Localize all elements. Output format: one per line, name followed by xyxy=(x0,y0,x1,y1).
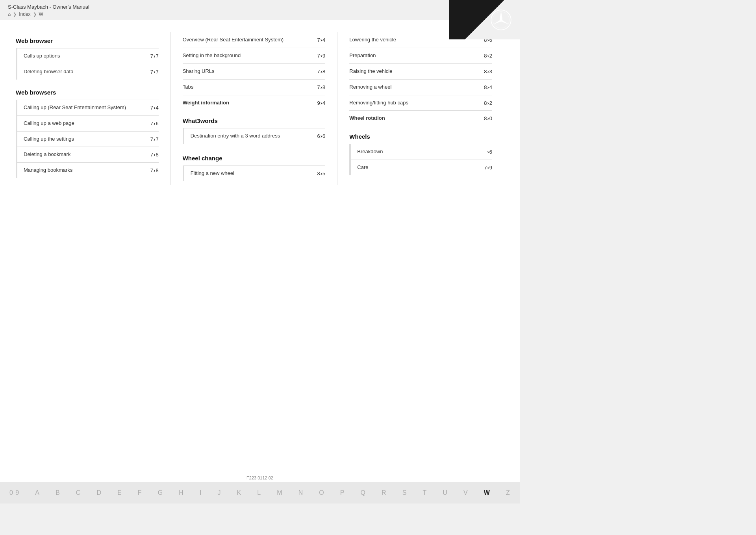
section-label: Wheel rotation xyxy=(349,115,484,122)
alpha-I[interactable]: I xyxy=(198,489,203,496)
item-page: 7›7 xyxy=(150,53,159,59)
item-page: 8›3 xyxy=(484,69,492,74)
column-2: Overview (Rear Seat Entertainment System… xyxy=(171,32,338,185)
item-page: 7›6 xyxy=(150,121,159,126)
item-page: 8›4 xyxy=(484,84,492,90)
item-page: 8›2 xyxy=(484,53,492,59)
section-web-browsers: Web browsers xyxy=(16,84,159,100)
columns-container: Web browser Calls up options 7›7 Deletin… xyxy=(16,32,504,185)
list-item[interactable]: Calls up options 7›7 xyxy=(17,48,159,64)
section-weight-information[interactable]: Weight information 9›4 xyxy=(183,95,326,111)
item-label: Calling up (Rear Seat Entertainment Syst… xyxy=(24,104,150,111)
alpha-K[interactable]: K xyxy=(235,489,243,496)
item-label: Deleting browser data xyxy=(24,69,150,75)
item-page: 7›8 xyxy=(317,84,326,90)
svg-marker-5 xyxy=(501,21,509,24)
list-item[interactable]: Sharing URLs 7›8 xyxy=(183,63,326,79)
wheels-group: Breakdown ›6 Care 7›9 xyxy=(349,144,492,175)
alpha-U[interactable]: U xyxy=(441,489,449,496)
item-page: ›6 xyxy=(487,149,492,155)
alpha-E[interactable]: E xyxy=(116,489,124,496)
alpha-J[interactable]: J xyxy=(216,489,222,496)
section-wheel-change: Wheel change xyxy=(183,148,326,165)
alpha-Q[interactable]: Q xyxy=(359,489,367,496)
item-page: 8›0 xyxy=(484,115,492,121)
svg-marker-2 xyxy=(501,11,502,20)
item-page: 7›7 xyxy=(150,136,159,142)
list-item[interactable]: Removing/fitting hub caps 8›2 xyxy=(349,95,492,111)
item-label: Calling up a web page xyxy=(24,120,150,127)
what3words-group: Destination entry with a 3 word address … xyxy=(183,128,326,144)
list-item[interactable]: Fitting a new wheel 8›5 xyxy=(184,165,326,181)
alpha-D[interactable]: D xyxy=(95,489,103,496)
item-page: 7›8 xyxy=(150,167,159,173)
alpha-R[interactable]: R xyxy=(380,489,388,496)
alpha-T[interactable]: T xyxy=(421,489,428,496)
alpha-Z[interactable]: Z xyxy=(504,489,512,496)
alpha-B[interactable]: B xyxy=(54,489,62,496)
list-item[interactable]: Calling up the settings 7›7 xyxy=(17,131,159,147)
item-page: 8›2 xyxy=(484,100,492,106)
item-label: Destination entry with a 3 word address xyxy=(191,133,317,139)
section-wheel-rotation[interactable]: Wheel rotation 8›0 xyxy=(349,110,492,126)
alpha-O[interactable]: O xyxy=(317,489,326,496)
breadcrumb-index[interactable]: Index xyxy=(19,11,30,17)
breadcrumb-sep-2: ❯ xyxy=(33,12,37,17)
item-page: 6›6 xyxy=(317,133,326,139)
list-item[interactable]: Setting in the background 7›9 xyxy=(183,48,326,63)
section-label: Weight information xyxy=(183,100,317,106)
column-1: Web browser Calls up options 7›7 Deletin… xyxy=(16,32,171,185)
alpha-F[interactable]: F xyxy=(136,489,144,496)
alpha-S[interactable]: S xyxy=(401,489,409,496)
list-item[interactable]: Care 7›9 xyxy=(351,160,492,175)
web-browser-group: Calls up options 7›7 Deleting browser da… xyxy=(16,48,159,80)
item-label: Managing bookmarks xyxy=(24,167,150,174)
item-label: Raising the vehicle xyxy=(349,68,484,75)
list-item[interactable]: Destination entry with a 3 word address … xyxy=(184,128,326,144)
item-label: Breakdown xyxy=(357,149,487,155)
list-item[interactable]: Tabs 7›8 xyxy=(183,79,326,95)
item-page: 7›9 xyxy=(317,53,326,59)
item-page: 7›4 xyxy=(150,105,159,111)
item-label: Fitting a new wheel xyxy=(191,170,317,177)
list-item[interactable]: Removing a wheel 8›4 xyxy=(349,79,492,95)
alpha-N[interactable]: N xyxy=(297,489,305,496)
alpha-A[interactable]: A xyxy=(33,489,41,496)
list-item[interactable]: Calling up a web page 7›6 xyxy=(17,115,159,131)
item-page: 7›4 xyxy=(317,37,326,43)
wheel-change-group: Fitting a new wheel 8›5 xyxy=(183,165,326,181)
list-item[interactable]: Calling up (Rear Seat Entertainment Syst… xyxy=(17,100,159,115)
item-page: 7›8 xyxy=(317,69,326,74)
section-wheels: Wheels xyxy=(349,126,492,144)
svg-marker-4 xyxy=(501,20,509,24)
svg-marker-7 xyxy=(493,21,501,24)
main-content: Web browser Calls up options 7›7 Deletin… xyxy=(0,20,520,473)
list-item[interactable]: Preparation 8›2 xyxy=(349,48,492,63)
breadcrumb: ⌂ ❯ Index ❯ W xyxy=(8,11,512,17)
list-item[interactable]: Raising the vehicle 8›3 xyxy=(349,63,492,79)
logo-area xyxy=(449,0,520,39)
item-page: 7›8 xyxy=(150,152,159,158)
mercedes-logo xyxy=(490,9,512,31)
breadcrumb-current: W xyxy=(39,11,43,17)
list-item[interactable]: Overview (Rear Seat Entertainment System… xyxy=(183,32,326,48)
alpha-W[interactable]: W xyxy=(482,489,492,496)
svg-marker-6 xyxy=(493,20,501,24)
alpha-H[interactable]: H xyxy=(177,489,185,496)
section-web-browser: Web browser xyxy=(16,32,159,48)
alpha-09[interactable]: 0 9 xyxy=(8,489,21,496)
alpha-P[interactable]: P xyxy=(339,489,346,496)
list-item[interactable]: Managing bookmarks 7›8 xyxy=(17,162,159,178)
alpha-M[interactable]: M xyxy=(275,489,284,496)
list-item[interactable]: Deleting a bookmark 7›8 xyxy=(17,147,159,162)
alpha-G[interactable]: G xyxy=(156,489,165,496)
list-item[interactable]: Breakdown ›6 xyxy=(351,144,492,160)
alpha-V[interactable]: V xyxy=(462,489,470,496)
alpha-C[interactable]: C xyxy=(74,489,83,496)
item-page: 9›4 xyxy=(317,100,326,106)
list-item[interactable]: Deleting browser data 7›7 xyxy=(17,64,159,80)
item-label: Deleting a bookmark xyxy=(24,151,150,158)
home-icon[interactable]: ⌂ xyxy=(8,11,11,17)
item-label: Sharing URLs xyxy=(183,68,317,75)
alpha-L[interactable]: L xyxy=(256,489,263,496)
